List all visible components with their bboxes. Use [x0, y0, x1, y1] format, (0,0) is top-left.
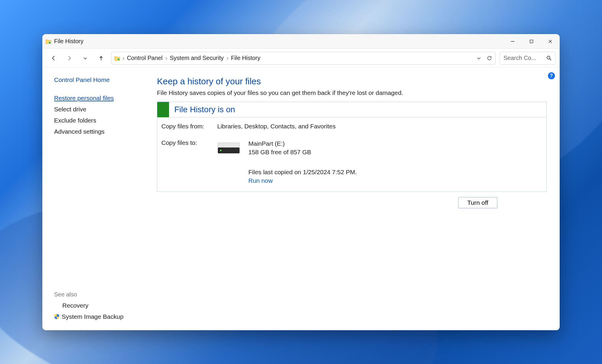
- sidebar-item-exclude-folders[interactable]: Exclude folders: [54, 117, 148, 124]
- breadcrumb-item[interactable]: System and Security: [170, 55, 224, 61]
- svg-rect-8: [218, 143, 240, 148]
- copy-from-value: Libraries, Desktop, Contacts, and Favori…: [217, 123, 542, 130]
- status-box: File History is on Copy files from: Libr…: [157, 102, 547, 192]
- main-panel: Keep a history of your files File Histor…: [154, 68, 560, 330]
- drive-space: 158 GB free of 857 GB: [248, 148, 357, 156]
- svg-rect-2: [530, 40, 533, 43]
- minimize-button[interactable]: [503, 34, 522, 48]
- chevron-right-icon: ›: [227, 55, 229, 61]
- sidebar-item-select-drive[interactable]: Select drive: [54, 106, 148, 113]
- content-area: ? Control Panel Home Restore personal fi…: [42, 68, 560, 330]
- refresh-button[interactable]: [486, 55, 492, 61]
- see-also-recovery[interactable]: Recovery: [54, 302, 148, 309]
- up-button[interactable]: [95, 52, 107, 64]
- status-indicator-icon: [157, 102, 169, 117]
- recent-locations-button[interactable]: [79, 52, 91, 64]
- page-description: File History saves copies of your files …: [157, 89, 547, 96]
- folder-icon: [114, 56, 120, 61]
- chevron-right-icon: ›: [123, 55, 125, 61]
- copy-from-label: Copy files from:: [161, 123, 217, 130]
- shield-icon: [54, 314, 59, 320]
- back-button[interactable]: [48, 52, 59, 64]
- status-label: File History is on: [174, 105, 235, 114]
- see-also-heading: See also: [54, 291, 148, 298]
- window-title: File History: [54, 38, 83, 45]
- svg-point-6: [547, 56, 550, 59]
- close-button[interactable]: [541, 34, 560, 48]
- maximize-button[interactable]: [522, 34, 541, 48]
- search-input[interactable]: Search Co...: [500, 52, 556, 65]
- sidebar: Control Panel Home Restore personal file…: [42, 68, 154, 330]
- file-history-window: File History: [42, 34, 560, 330]
- navbar: › Control Panel› System and Security› Fi…: [42, 49, 560, 68]
- drive-icon: [217, 140, 240, 155]
- page-heading: Keep a history of your files: [157, 76, 547, 86]
- svg-line-7: [550, 59, 551, 60]
- help-button[interactable]: ?: [548, 72, 555, 79]
- window-controls: [503, 34, 560, 48]
- search-placeholder: Search Co...: [504, 55, 544, 61]
- breadcrumb-item[interactable]: File History: [231, 55, 260, 61]
- breadcrumb-item[interactable]: Control Panel: [127, 55, 163, 61]
- chevron-down-icon[interactable]: [476, 56, 481, 61]
- turn-off-button[interactable]: Turn off: [458, 197, 497, 208]
- see-also-system-image-backup[interactable]: System Image Backup: [54, 313, 148, 320]
- forward-button[interactable]: [63, 52, 75, 64]
- svg-point-5: [117, 58, 120, 61]
- svg-point-0: [49, 41, 51, 44]
- last-copied-text: Files last copied on 1/25/2024 7:52 PM.: [248, 168, 357, 176]
- chevron-right-icon: ›: [165, 55, 168, 61]
- folder-history-icon: [45, 38, 52, 45]
- address-bar[interactable]: › Control Panel› System and Security› Fi…: [111, 52, 496, 65]
- sidebar-item-advanced-settings[interactable]: Advanced settings: [54, 128, 148, 135]
- copy-to-label: Copy files to:: [161, 139, 217, 185]
- status-header: File History is on: [157, 102, 546, 118]
- sidebar-item-restore[interactable]: Restore personal files: [54, 95, 148, 102]
- drive-name: MainPart (E:): [248, 139, 357, 148]
- titlebar: File History: [42, 34, 560, 49]
- run-now-link[interactable]: Run now: [248, 176, 357, 185]
- svg-point-10: [220, 150, 222, 151]
- search-icon: [546, 56, 552, 61]
- control-panel-home-link[interactable]: Control Panel Home: [54, 76, 148, 83]
